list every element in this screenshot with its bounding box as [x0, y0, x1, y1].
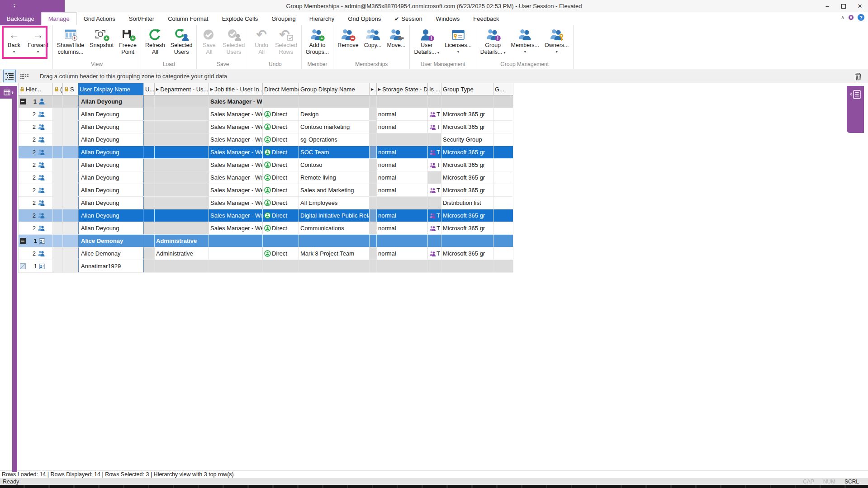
- cell-group[interactable]: Contoso marketing: [299, 121, 370, 133]
- cell-type[interactable]: [441, 235, 493, 247]
- cell-u[interactable]: [144, 146, 155, 158]
- cell-name[interactable]: Annatimar1929: [78, 260, 144, 272]
- grouping-zone[interactable]: Drag a column header to this grouping zo…: [0, 69, 868, 83]
- cell-team[interactable]: T: [428, 247, 441, 260]
- cell-tiny[interactable]: [370, 146, 377, 158]
- tab-explode-cells[interactable]: Explode Cells: [215, 12, 265, 25]
- cell-dept[interactable]: [155, 95, 209, 108]
- cell-dept[interactable]: [155, 184, 209, 196]
- cell-type[interactable]: Microsoft 365 gr: [441, 159, 493, 171]
- cell-job[interactable]: [209, 235, 263, 247]
- cell-team[interactable]: T: [428, 209, 441, 222]
- minimize-button[interactable]: –: [819, 0, 835, 12]
- cell-dept[interactable]: [155, 133, 209, 146]
- cell-lock2[interactable]: [53, 146, 63, 158]
- cell-g[interactable]: [493, 235, 513, 247]
- column-header-direct[interactable]: Direct Member: [263, 83, 299, 95]
- cell-job[interactable]: Sales Manager - Wes: [209, 197, 263, 209]
- licenses-button[interactable]: Licenses...▾: [442, 26, 474, 61]
- grid-row-2[interactable]: 2Allan DeyoungSales Manager - WesDirectD…: [18, 108, 513, 121]
- cell-type[interactable]: [441, 95, 493, 108]
- column-header-dept[interactable]: ▶Department - Us...: [155, 83, 209, 95]
- cell-dept[interactable]: [155, 159, 209, 171]
- cell-job[interactable]: Sales Manager - Wes: [209, 108, 263, 120]
- grid-row-8[interactable]: 2Allan DeyoungSales Manager - WesDirectS…: [18, 184, 513, 197]
- members-button[interactable]: Members...▾: [508, 26, 542, 61]
- cell-group[interactable]: [299, 235, 370, 247]
- tab-grid-actions[interactable]: Grid Actions: [77, 12, 122, 25]
- column-header-hier[interactable]: Hier...: [19, 83, 53, 95]
- cell-group[interactable]: Contoso: [299, 159, 370, 171]
- left-panel-tab[interactable]: ›: [0, 86, 17, 99]
- cell-team[interactable]: T: [428, 184, 441, 196]
- cell-u[interactable]: [144, 159, 155, 171]
- column-header-group[interactable]: Group Display Name: [299, 83, 370, 95]
- cell-g[interactable]: [493, 146, 513, 158]
- cell-u[interactable]: [144, 247, 155, 260]
- cell-direct[interactable]: Direct: [263, 108, 299, 120]
- cell-type[interactable]: Microsoft 365 gr: [441, 146, 493, 158]
- left-panel-strip[interactable]: [12, 99, 17, 472]
- cell-group[interactable]: Remote living: [299, 171, 370, 184]
- cell-team[interactable]: [428, 171, 441, 184]
- cell-storage[interactable]: normal: [377, 159, 428, 171]
- cell-s[interactable]: [63, 222, 78, 234]
- cell-storage[interactable]: normal: [377, 171, 428, 184]
- cell-hier[interactable]: 2: [19, 247, 53, 260]
- cell-u[interactable]: [144, 235, 155, 247]
- cell-type[interactable]: Microsoft 365 gr: [441, 184, 493, 196]
- cell-tiny[interactable]: [370, 108, 377, 120]
- cell-group[interactable]: SOC Team: [299, 146, 370, 158]
- cell-direct[interactable]: Direct: [263, 247, 299, 260]
- cell-type[interactable]: Microsoft 365 gr: [441, 121, 493, 133]
- cell-direct[interactable]: [263, 260, 299, 272]
- cell-hier[interactable]: 1: [19, 95, 53, 108]
- cell-hier[interactable]: 2: [19, 171, 53, 184]
- cell-u[interactable]: [144, 209, 155, 222]
- cell-type[interactable]: Microsoft 365 gr: [441, 209, 493, 222]
- column-header-lock2[interactable]: (: [53, 83, 63, 95]
- cell-storage[interactable]: normal: [377, 121, 428, 133]
- cell-name[interactable]: Allan Deyoung: [78, 197, 144, 209]
- cell-name[interactable]: Allan Deyoung: [78, 209, 144, 222]
- cell-tiny[interactable]: [370, 247, 377, 260]
- column-header-s[interactable]: S: [63, 83, 78, 95]
- trash-icon[interactable]: [854, 72, 862, 82]
- cell-group[interactable]: [299, 95, 370, 108]
- tab-grid-options[interactable]: Grid Options: [341, 12, 388, 25]
- cell-storage[interactable]: [377, 235, 428, 247]
- cell-team[interactable]: T: [428, 222, 441, 234]
- cell-hier[interactable]: 2: [19, 133, 53, 146]
- column-header-team[interactable]: Is ...: [428, 83, 441, 95]
- cell-hier[interactable]: 2: [19, 108, 53, 120]
- cell-s[interactable]: [63, 121, 78, 133]
- flat-view-toggle[interactable]: [19, 70, 30, 82]
- cell-g[interactable]: [493, 222, 513, 234]
- cell-hier[interactable]: 2: [19, 209, 53, 222]
- cell-name[interactable]: Allan Deyoung: [78, 184, 144, 196]
- cell-u[interactable]: [144, 121, 155, 133]
- close-button[interactable]: ✕: [852, 0, 868, 12]
- cell-dept[interactable]: [155, 222, 209, 234]
- cell-lock2[interactable]: [53, 222, 63, 234]
- cell-lock2[interactable]: [53, 209, 63, 222]
- cell-direct[interactable]: Direct: [263, 159, 299, 171]
- cell-tiny[interactable]: [370, 133, 377, 146]
- cell-g[interactable]: [493, 197, 513, 209]
- column-header-tiny[interactable]: ▶...: [370, 83, 377, 95]
- cell-tiny[interactable]: [370, 260, 377, 272]
- cell-g[interactable]: [493, 184, 513, 196]
- cell-job[interactable]: Sales Manager - Wes: [209, 146, 263, 158]
- cell-name[interactable]: Alice Demonay: [78, 235, 144, 247]
- cell-storage[interactable]: [377, 95, 428, 108]
- cell-g[interactable]: [493, 108, 513, 120]
- cell-g[interactable]: [493, 171, 513, 184]
- cell-u[interactable]: [144, 260, 155, 272]
- cell-s[interactable]: [63, 197, 78, 209]
- cell-g[interactable]: [493, 95, 513, 108]
- grid-row-4[interactable]: 2Allan DeyoungSales Manager - WesDirects…: [18, 133, 513, 146]
- tab-column-format[interactable]: Column Format: [161, 12, 215, 25]
- back-button[interactable]: ←Back▾: [3, 26, 25, 61]
- cell-u[interactable]: [144, 95, 155, 108]
- cell-dept[interactable]: Administrative: [155, 235, 209, 247]
